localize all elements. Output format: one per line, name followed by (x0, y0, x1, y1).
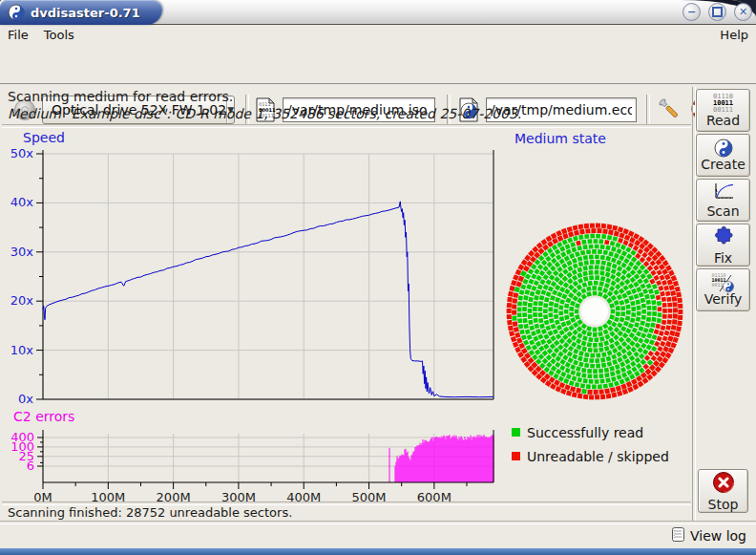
speed-and-c2-charts: SpeedC2 errors0x10x20x30x40x50x625100400… (2, 127, 502, 507)
fix-puzzle-icon (712, 224, 735, 251)
app-window: dvdisaster-0.71 − ✕ File Tools Help Opti… (0, 0, 756, 555)
scan-button[interactable]: Scan (696, 179, 750, 222)
svg-text:30x: 30x (10, 245, 34, 259)
medium-state-legend: Successfully read Unreadable / skipped (512, 420, 669, 468)
legend-ok-label: Successfully read (527, 425, 643, 440)
svg-text:C2 errors: C2 errors (13, 409, 74, 424)
create-button[interactable]: Create (696, 134, 750, 177)
view-log-button[interactable]: View log (667, 524, 750, 547)
create-yinyang-icon (714, 139, 733, 158)
read-button[interactable]: 01110 10011 00111 Read (696, 89, 750, 132)
verify-button[interactable]: 011101001100111 Verify (696, 268, 750, 311)
svg-text:20x: 20x (10, 293, 34, 308)
scan-chart-icon (712, 181, 735, 204)
close-button[interactable]: ✕ (734, 3, 752, 21)
preferences-wrench-icon[interactable] (657, 96, 682, 125)
red-swatch-icon (512, 452, 520, 460)
fix-button[interactable]: Fix (696, 224, 750, 267)
svg-text:40x: 40x (10, 195, 34, 209)
bottom-bar: View log (0, 523, 756, 548)
view-log-label: View log (690, 528, 746, 544)
svg-text:Speed: Speed (23, 130, 65, 145)
medium-state-title: Medium state (514, 131, 606, 146)
window-title: dvdisaster-0.71 (31, 6, 140, 20)
scan-result-status: Scanning finished: 28752 unreadable sect… (8, 505, 292, 520)
verify-compare-icon: 011101001100111 (712, 273, 735, 292)
medium-state-disc (503, 220, 686, 403)
menu-file[interactable]: File (0, 26, 36, 44)
toolbar: Optical drive 52X FW 1.02 ▼ 0111 10011 0… (0, 45, 756, 85)
read-binary-icon: 01110 10011 00111 (713, 94, 733, 114)
menu-help[interactable]: Help (712, 26, 756, 44)
maximize-icon (712, 7, 723, 17)
maximize-button[interactable] (708, 3, 726, 21)
stop-button[interactable]: Stop (698, 469, 748, 513)
read-button-label: Read (706, 114, 740, 128)
svg-text:0x: 0x (18, 392, 33, 406)
legend-bad-label: Unreadable / skipped (527, 449, 669, 464)
toolbar-separator (646, 95, 650, 125)
app-logo-yinyang-icon (8, 4, 25, 21)
create-button-label: Create (701, 158, 746, 172)
legend-item-ok: Successfully read (512, 420, 669, 444)
green-swatch-icon (512, 428, 520, 437)
svg-text:400: 400 (10, 430, 34, 444)
svg-text:10x: 10x (10, 343, 34, 357)
menu-tools[interactable]: Tools (36, 26, 82, 44)
close-icon: ✕ (739, 6, 747, 18)
minimize-icon: − (687, 6, 696, 18)
log-notebook-icon (671, 526, 685, 545)
medium-info-line: Medium "Example disc": CD-R mode 1, 3524… (8, 106, 521, 121)
verify-button-label: Verify (704, 292, 743, 307)
titlebar-tab: dvdisaster-0.71 (0, 0, 162, 25)
scan-button-label: Scan (706, 204, 739, 219)
legend-item-bad: Unreadable / skipped (512, 444, 669, 468)
svg-text:50x: 50x (10, 146, 34, 160)
stop-button-label: Stop (708, 498, 739, 512)
fix-button-label: Fix (714, 251, 732, 266)
window-bottom-edge (0, 548, 756, 555)
minimize-button[interactable]: − (682, 3, 701, 21)
titlebar: dvdisaster-0.71 − ✕ (0, 0, 756, 25)
action-status-line: Scanning medium for read errors. (8, 89, 233, 104)
stop-icon (712, 471, 735, 498)
menubar: File Tools Help (0, 25, 756, 45)
